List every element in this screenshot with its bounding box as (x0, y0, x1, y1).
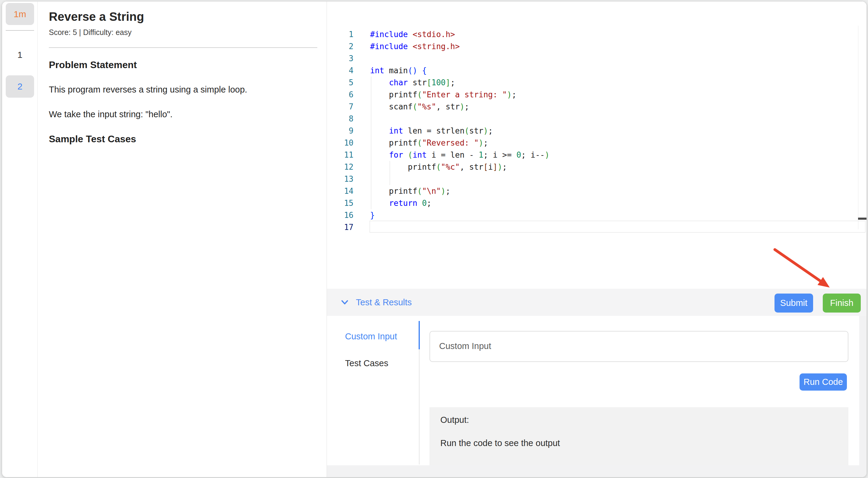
problem-paragraph-2: We take the input string: "hello". (49, 109, 173, 120)
tab-test-cases[interactable]: Test Cases (345, 358, 388, 368)
problem-panel: Reverse a String Score: 5 | Difficulty: … (38, 1, 327, 477)
code-editor[interactable]: 1#include <stdio.h>2#include <string.h>3… (327, 1, 867, 289)
submit-button[interactable]: Submit (775, 294, 813, 312)
divider (49, 47, 317, 48)
output-box: Output: Run the code to see the output (430, 407, 848, 465)
output-message: Run the code to see the output (440, 438, 560, 448)
question-2-label: 2 (18, 81, 23, 92)
active-tab-indicator (418, 321, 420, 349)
problem-paragraph-1: This program reverses a string using a s… (49, 85, 247, 95)
page-title: Reverse a String (49, 10, 144, 24)
rail-divider (6, 30, 34, 31)
sample-test-cases-heading: Sample Test Cases (49, 134, 136, 145)
test-results-label: Test & Results (356, 298, 412, 307)
chevron-down-icon (340, 298, 349, 307)
test-panel-background: Custom Input Test Cases Run Code Output:… (327, 316, 867, 477)
problem-meta: Score: 5 | Difficulty: easy (49, 28, 131, 37)
custom-input-field[interactable] (430, 331, 848, 362)
question-1-label: 1 (18, 50, 23, 60)
test-panel: Custom Input Test Cases Run Code Output:… (327, 316, 859, 465)
problem-statement-heading: Problem Statement (49, 59, 137, 71)
question-nav-1[interactable]: 1 (6, 44, 34, 66)
tab-divider (419, 349, 420, 465)
test-results-toggle[interactable]: Test & Results (340, 289, 412, 316)
finish-button[interactable]: Finish (823, 294, 861, 312)
tab-custom-input[interactable]: Custom Input (345, 332, 397, 341)
timer-value: 1m (13, 9, 26, 19)
output-title: Output: (440, 415, 469, 425)
question-nav-2[interactable]: 2 (6, 75, 34, 98)
app-window: 1m 1 2 Reverse a String Score: 5 | Diffi… (2, 1, 867, 477)
question-rail: 1m 1 2 (2, 1, 38, 477)
run-code-button[interactable]: Run Code (800, 373, 847, 390)
timer-badge: 1m (6, 3, 34, 25)
test-results-bar: Test & Results Submit Finish (327, 289, 867, 316)
